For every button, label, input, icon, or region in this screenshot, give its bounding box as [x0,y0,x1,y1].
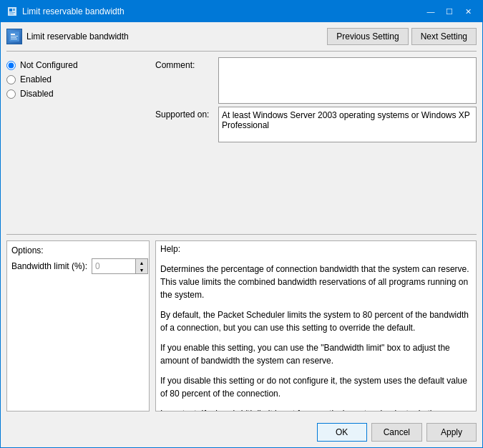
content-area: Limit reservable bandwidth Previous Sett… [1,22,482,417]
footer: OK Cancel Apply [1,417,482,447]
apply-button[interactable]: Apply [426,423,477,442]
close-button[interactable]: ✕ [459,5,477,18]
title-controls: — ☐ ✕ [422,5,477,18]
comment-label: Comment: [155,57,213,70]
help-title: Help: [156,241,476,257]
help-para-1: Determines the percentage of connection … [160,263,470,301]
radio-enabled[interactable]: Enabled [6,74,150,84]
options-help-row: Options: Bandwidth limit (%): 0 ▲ ▼ Help… [6,240,477,412]
main-panel: Not Configured Enabled Disabled Comment: [6,57,477,228]
radio-not-configured-label: Not Configured [20,60,78,70]
spinner-buttons: ▲ ▼ [135,259,147,273]
options-section: Options: Bandwidth limit (%): 0 ▲ ▼ [6,240,150,412]
svg-rect-8 [11,37,16,38]
title-bar: Limit reservable bandwidth — ☐ ✕ [1,1,482,22]
cancel-button[interactable]: Cancel [371,423,422,442]
svg-rect-1 [9,9,12,11]
radio-not-configured[interactable]: Not Configured [6,60,150,70]
svg-rect-4 [9,14,14,14]
options-title: Options: [11,245,145,255]
title-bar-left: Limit reservable bandwidth [6,6,125,17]
svg-rect-3 [9,12,15,13]
help-para-4: If you disable this setting or do not co… [160,374,470,400]
spinner-down-button[interactable]: ▼ [136,266,147,273]
radio-disabled-label: Disabled [20,89,54,99]
comment-row: Comment: [155,57,477,104]
help-content: Determines the percentage of connection … [156,260,476,411]
window-title: Limit reservable bandwidth [22,6,125,16]
options-divider [6,234,477,235]
help-para-2: By default, the Packet Scheduler limits … [160,308,470,334]
bandwidth-input[interactable]: 0 [92,259,135,273]
help-section: Help: Determines the percentage of conne… [155,240,477,412]
main-window: Limit reservable bandwidth — ☐ ✕ [0,0,483,448]
svg-rect-2 [13,9,15,11]
header-left: Limit reservable bandwidth [6,29,129,44]
radio-disabled[interactable]: Disabled [6,89,150,99]
supported-label: Supported on: [155,107,213,120]
supported-row: Supported on: At least Windows Server 20… [155,107,477,142]
window-icon [6,6,18,17]
right-panel: Comment: Supported on: At least Windows … [155,57,477,228]
previous-setting-button[interactable]: Previous Setting [327,28,408,45]
minimize-button[interactable]: — [422,5,439,18]
dialog-title: Limit reservable bandwidth [26,31,129,42]
spinner-up-button[interactable]: ▲ [136,259,147,266]
header-divider [6,51,477,52]
comment-textarea[interactable] [218,57,477,104]
bandwidth-spinner: 0 ▲ ▼ [92,258,148,274]
left-panel: Not Configured Enabled Disabled [6,57,150,228]
nav-buttons: Previous Setting Next Setting [327,28,477,45]
help-para-5: Important: If a bandwidth limit is set f… [160,407,470,411]
svg-rect-6 [11,34,15,35]
svg-rect-7 [11,36,18,36]
radio-group: Not Configured Enabled Disabled [6,57,150,102]
ok-button[interactable]: OK [317,423,367,442]
next-setting-button[interactable]: Next Setting [411,28,477,45]
header-row: Limit reservable bandwidth Previous Sett… [6,28,477,45]
supported-value: At least Windows Server 2003 operating s… [218,107,477,142]
bandwidth-row: Bandwidth limit (%): 0 ▲ ▼ [11,258,145,274]
bandwidth-label: Bandwidth limit (%): [11,261,87,271]
maximize-button[interactable]: ☐ [441,5,458,18]
policy-icon [6,29,22,44]
svg-rect-9 [11,39,17,39]
radio-enabled-label: Enabled [20,74,52,84]
help-para-3: If you enable this setting, you can use … [160,341,470,367]
